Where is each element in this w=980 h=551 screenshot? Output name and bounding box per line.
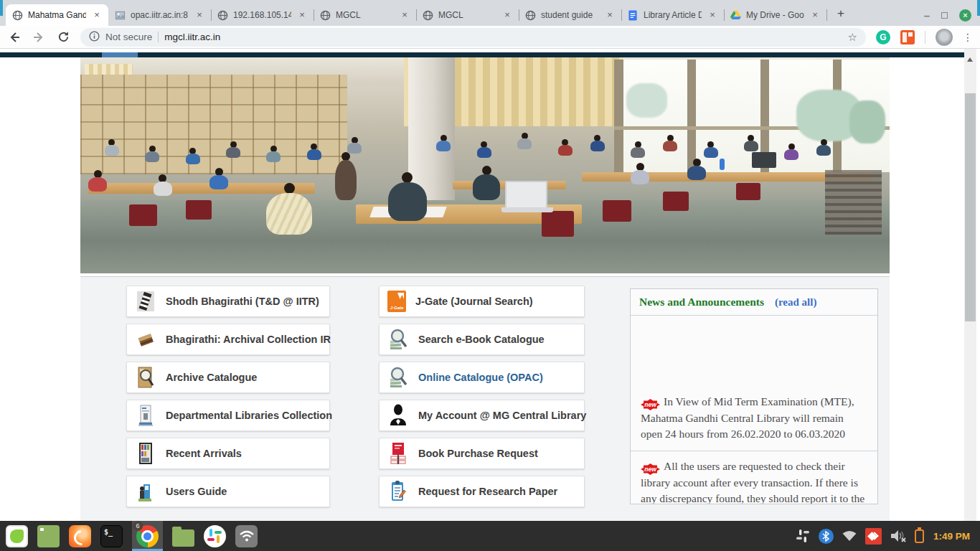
bookmark-star-icon[interactable]: ☆ [848, 31, 857, 44]
scroll-up-arrow-icon[interactable] [967, 57, 973, 62]
grammarly-extension-icon[interactable]: G [876, 30, 890, 44]
new-tab-button[interactable]: + [831, 4, 851, 24]
quick-link-opac[interactable]: Online Catalogue (OPAC) [379, 362, 585, 393]
quick-link-label: Recent Arrivals [166, 448, 242, 459]
quick-link-recent-arrivals[interactable]: Recent Arrivals [126, 438, 330, 469]
profile-avatar[interactable] [936, 29, 953, 46]
vertical-scrollbar[interactable] [964, 49, 976, 521]
new-badge: new [641, 463, 660, 475]
bluetooth-icon[interactable] [819, 529, 834, 544]
info-icon[interactable] [89, 31, 100, 44]
network-launcher-icon[interactable] [235, 525, 258, 547]
browser-tab-library-article[interactable]: Library Article D × [621, 4, 724, 26]
forward-button[interactable] [32, 30, 46, 44]
tab-close-icon[interactable]: × [91, 9, 103, 21]
tab-close-icon[interactable]: × [296, 9, 308, 21]
terminal-launcher-icon[interactable]: $_ [100, 525, 123, 547]
google-drive-icon [730, 9, 741, 21]
user-kiosk-icon [135, 479, 156, 504]
tab-close-icon[interactable]: × [501, 9, 513, 21]
browser-tab-my-drive[interactable]: My Drive - Goog × [724, 4, 826, 26]
news-item-text: All the users are requested to check the… [641, 460, 864, 504]
quick-link-research-paper[interactable]: Request for Research Paper [379, 476, 585, 507]
browser-tab-opac[interactable]: opac.iitr.ac.in:8 × [108, 4, 211, 26]
quick-link-label: Online Catalogue (OPAC) [418, 372, 543, 383]
screen: Mahatma Gand × opac.iitr.ac.in:8 × 192.1… [0, 0, 980, 551]
tab-close-icon[interactable]: × [399, 9, 410, 21]
quick-link-shodh-bhagirathi[interactable]: Shodh Bhagirathi (T&D @ IITR) [126, 286, 330, 317]
browser-tab-mahatma[interactable]: Mahatma Gand × [6, 4, 108, 26]
quick-link-label: Departmental Libraries Collection [166, 410, 332, 421]
quick-link-label: Book Purchase Request [418, 448, 538, 459]
restore-button[interactable] [941, 12, 948, 19]
person-figure [307, 143, 321, 160]
reload-button[interactable] [56, 30, 70, 44]
quick-link-users-guide[interactable]: Users Guide [126, 476, 330, 507]
person-figure [209, 168, 228, 189]
security-label: Not secure [105, 32, 152, 42]
person-figure [347, 137, 362, 154]
news-item: newIn View of Mid Term Examination (MTE)… [631, 387, 877, 451]
firefox-launcher-icon[interactable] [69, 525, 91, 547]
slack-launcher-icon[interactable] [204, 525, 226, 547]
person-figure [388, 172, 427, 221]
google-docs-icon [627, 9, 639, 21]
tab-close-icon[interactable]: × [194, 9, 205, 21]
tab-label: My Drive - Goog [746, 10, 804, 20]
scrollbar-thumb[interactable] [965, 93, 976, 321]
mint-menu-button[interactable] [6, 525, 28, 547]
browser-tab-mgcl-2[interactable]: MGCL × [416, 4, 519, 26]
person-figure [266, 183, 312, 235]
tab-label: MGCL [336, 10, 394, 20]
person-figure [145, 146, 159, 162]
globe-icon [319, 9, 331, 21]
close-window-button[interactable]: × [959, 9, 971, 22]
browser-tab-mgcl-1[interactable]: MGCL × [314, 4, 416, 26]
chrome-taskbar-item[interactable]: 6 [132, 521, 163, 551]
archival-book-icon [135, 327, 156, 352]
address-bar[interactable]: Not secure mgcl.iitr.ac.in ☆ [80, 28, 866, 47]
person-figure [335, 152, 357, 200]
browser-tab-ip[interactable]: 192.168.105.14 × [211, 4, 314, 26]
taskbar-clock[interactable]: 1:49 PM [933, 531, 970, 542]
minimize-button[interactable]: – [924, 12, 930, 19]
red-book-icon [387, 441, 409, 466]
tab-close-icon[interactable]: × [707, 9, 718, 21]
anydesk-tray-icon[interactable] [865, 528, 882, 545]
battery-icon[interactable] [915, 529, 924, 543]
quick-link-book-purchase[interactable]: Book Purchase Request [379, 438, 585, 469]
research-form-icon [387, 479, 409, 504]
quick-link-archive-catalogue[interactable]: Archive Catalogue [126, 362, 330, 393]
browser-tab-student-guide[interactable]: student guide × [519, 4, 621, 26]
quick-link-ebook-catalogue[interactable]: Search e-Book Catalogue [379, 324, 585, 355]
quick-link-departmental-libraries[interactable]: Departmental Libraries Collection [126, 400, 330, 431]
person-figure [88, 170, 107, 192]
tab-label: Mahatma Gand [28, 10, 86, 20]
library-photo [80, 57, 890, 273]
file-manager-launcher-icon[interactable] [172, 529, 194, 547]
tab-close-icon[interactable]: × [604, 9, 616, 21]
back-button[interactable] [7, 30, 22, 44]
extension-icon[interactable] [900, 30, 915, 44]
chrome-window-count-badge: 6 [133, 521, 143, 531]
quick-link-my-account[interactable]: My Account @ MG Central Library [379, 400, 585, 431]
tab-label: Library Article D [644, 10, 702, 20]
volume-muted-icon[interactable] [890, 529, 907, 543]
window-edge-accent [977, 0, 980, 16]
window-controls: – × [924, 9, 980, 26]
slack-tray-icon[interactable] [795, 528, 811, 544]
quick-link-archival-collection[interactable]: Bhagirathi: Archival Collection IR [126, 324, 330, 355]
person-figure [266, 146, 281, 162]
page-content: Shodh Bhagirathi (T&D @ IITR) Bhagirathi… [0, 49, 980, 521]
quick-link-label: Archive Catalogue [166, 372, 257, 383]
show-desktop-button[interactable] [37, 525, 60, 547]
news-item: newAll the users are requested to check … [631, 451, 877, 504]
quick-link-jgate[interactable]: J-Gate J-Gate (Journal Search) [379, 286, 585, 317]
jgate-logo-icon: J-Gate [387, 291, 406, 312]
tab-close-icon[interactable]: × [809, 9, 821, 21]
department-kiosk-icon [135, 403, 156, 428]
wifi-tray-icon[interactable] [842, 529, 857, 542]
browser-menu-icon[interactable]: ⋮ [963, 32, 973, 43]
news-read-all-link[interactable]: (read all) [775, 296, 816, 309]
archive-search-icon [135, 365, 156, 390]
